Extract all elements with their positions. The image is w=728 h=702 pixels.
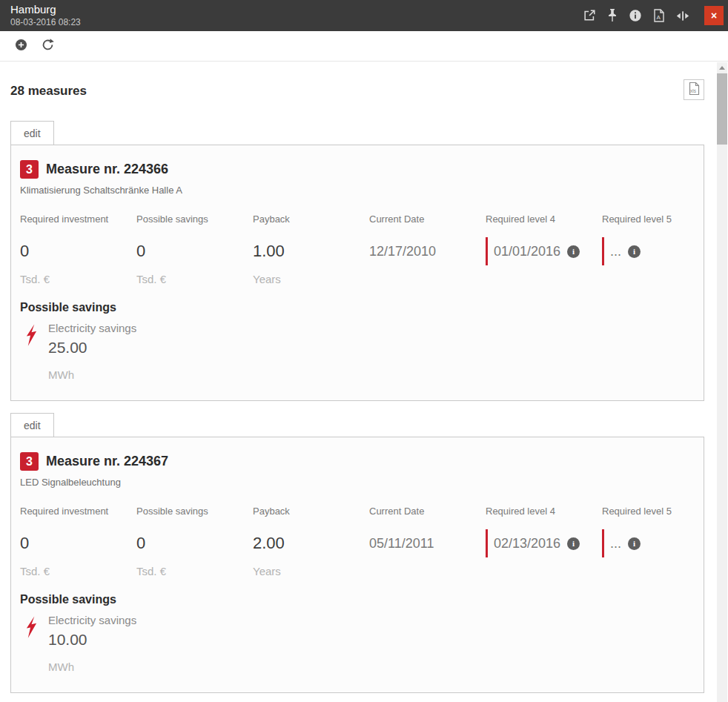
field-required-level-4: Required level 4 01/01/2016 i [486,213,602,286]
close-icon: × [711,10,717,21]
up-arrow-icon [719,66,725,70]
svg-text:xls: xls [690,88,697,93]
measure-subtitle: Klimatisierung Schaltschränke Halle A [20,185,695,196]
info-circle-icon[interactable] [629,9,642,22]
refresh-button[interactable] [41,38,55,54]
field-unit [369,565,486,578]
field-value: 0 [20,534,29,553]
field-label: Required investment [20,506,136,517]
xls-file-icon: xls [688,82,701,98]
window-header: Hamburg 08-03-2016 08:23 A [0,0,728,31]
field-required-investment: Required investment 0 Tsd. € [20,213,136,286]
savings-heading: Possible savings [20,301,695,314]
measure-card-header: 3 Measure nr. 224367 [20,452,695,471]
savings-heading: Possible savings [20,593,695,606]
window-timestamp: 08-03-2016 08:23 [10,17,81,28]
field-unit [602,565,695,578]
measure-card-header: 3 Measure nr. 224366 [20,160,695,179]
field-value: 05/11/2011 [369,536,434,552]
measure-title: Measure nr. 224366 [46,162,168,177]
field-unit [369,273,486,286]
field-possible-savings: Possible savings 0 Tsd. € [136,506,253,578]
field-possible-savings: Possible savings 0 Tsd. € [136,213,253,286]
info-icon[interactable]: i [567,537,580,550]
field-value: 2.00 [253,534,285,553]
field-unit: Years [253,565,369,578]
field-payback: Payback 2.00 Years [253,506,369,578]
field-label: Required level 4 [486,213,602,225]
field-required-investment: Required investment 0 Tsd. € [20,506,136,578]
savings-value: 10.00 [48,631,136,649]
field-value: ... [610,244,621,259]
field-label: Possible savings [136,213,253,225]
scrollbar-thumb[interactable] [717,73,727,145]
field-value: 0 [136,242,145,261]
lightning-bolt-icon [25,616,38,673]
close-button[interactable]: × [704,6,724,25]
measure-title: Measure nr. 224367 [46,454,168,469]
field-unit [602,273,695,286]
savings-unit: MWh [48,660,136,673]
plus-circle-icon [14,38,28,54]
field-label: Current Date [369,506,486,517]
savings-detail: Electricity savings 25.00 MWh [48,322,136,381]
info-icon[interactable]: i [628,537,641,550]
window-title: Hamburg [10,3,81,17]
export-xls-button[interactable]: xls [684,79,704,100]
field-value: 12/17/2010 [369,244,436,259]
field-label: Current Date [369,213,486,225]
field-label: Required level 5 [602,213,695,225]
flagged-value: ... i [602,237,695,265]
measure-subtitle: LED Signalbeleuchtung [20,477,695,488]
measure-fields: Required investment 0 Tsd. € Possible sa… [20,506,695,578]
info-icon[interactable]: i [628,245,641,258]
field-unit [486,565,602,578]
window-titles: Hamburg 08-03-2016 08:23 [10,3,81,28]
savings-row: Electricity savings 25.00 MWh [20,322,695,381]
lightning-bolt-icon [25,324,38,381]
savings-label: Electricity savings [48,322,136,334]
savings-row: Electricity savings 10.00 MWh [20,614,695,673]
priority-badge: 3 [20,452,39,471]
vertical-scrollbar[interactable] [717,62,727,702]
measure-card: 3 Measure nr. 224366 Klimatisierung Scha… [10,145,704,401]
field-required-level-5: Required level 5 ... i [602,213,695,286]
measure-card: 3 Measure nr. 224367 LED Signalbeleuchtu… [10,437,704,693]
field-label: Required level 4 [486,506,602,517]
field-unit: Tsd. € [20,273,136,286]
measure-fields: Required investment 0 Tsd. € Possible sa… [20,213,695,286]
field-unit: Tsd. € [136,273,253,286]
field-value: 1.00 [253,242,285,261]
flagged-value: 01/01/2016 i [486,237,602,265]
measure-block: edit 3 Measure nr. 224366 Klimatisierung… [10,121,704,401]
field-value: 0 [20,242,29,261]
field-required-level-4: Required level 4 02/13/2016 i [486,506,602,578]
field-value: 0 [136,534,145,553]
savings-detail: Electricity savings 10.00 MWh [48,614,136,673]
field-unit: Years [253,273,369,286]
field-value: 02/13/2016 [494,536,560,552]
field-required-level-5: Required level 5 ... i [602,506,695,578]
savings-unit: MWh [48,368,136,381]
page-title: 28 measures [10,84,87,99]
field-label: Possible savings [136,506,253,517]
field-payback: Payback 1.00 Years [253,213,369,286]
open-external-icon[interactable] [583,9,596,22]
field-label: Required level 5 [602,506,695,517]
refresh-icon [41,38,55,54]
add-button[interactable] [14,38,28,54]
measure-block: edit 3 Measure nr. 224367 LED Signalbele… [10,413,704,693]
field-current-date: Current Date 05/11/2011 [369,506,486,578]
field-value: ... [610,536,621,552]
content-header: 28 measures xls [10,79,704,100]
info-icon[interactable]: i [567,245,580,258]
field-current-date: Current Date 12/17/2010 [369,213,486,286]
field-label: Required investment [20,213,136,225]
edit-tab[interactable]: edit [10,413,54,437]
pin-icon[interactable] [607,9,618,23]
resize-horizontal-icon[interactable] [676,10,689,22]
flagged-value: ... i [602,529,695,557]
pdf-export-icon[interactable]: A [653,9,665,22]
scrollbar-up-button[interactable] [717,62,727,73]
edit-tab[interactable]: edit [10,121,54,145]
